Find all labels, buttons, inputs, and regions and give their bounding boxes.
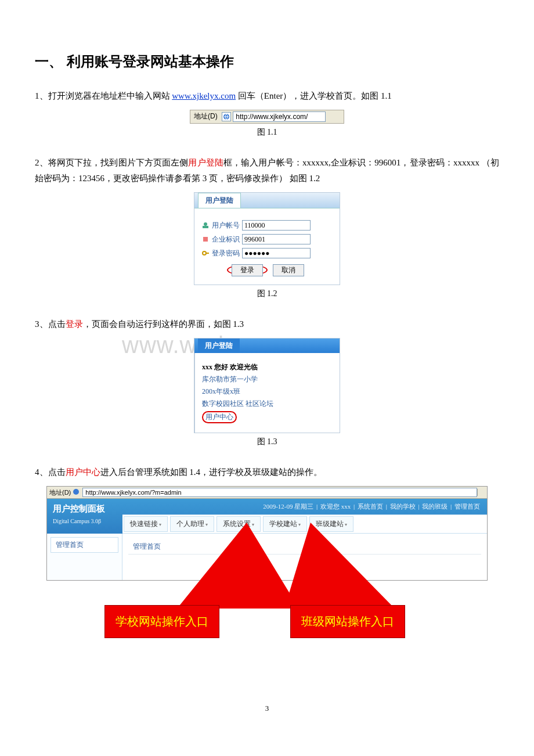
step-1: 1、打开浏览器在地址栏中输入网站 www.xjkelyx.com 回车（Ente… <box>35 88 499 104</box>
scroll-icon <box>477 489 485 496</box>
address-url: http://www.xjkelyx.com/ <box>233 111 326 122</box>
section-heading: 一、 利用账号登录网站基本操作 <box>35 52 499 71</box>
community-link[interactable]: 数字校园社区 <box>202 399 244 408</box>
svg-marker-6 <box>177 523 299 609</box>
cancel-button[interactable]: 取消 <box>273 264 304 276</box>
ie-icon <box>72 488 80 497</box>
address-bar-fig1: 地址(D) http://www.xjkelyx.com/ <box>190 110 344 124</box>
top-links: 2009-12-09 星期三 | 欢迎您 xxx | 系统首页 | 我的学校 |… <box>122 499 487 514</box>
forum-link[interactable]: 社区论坛 <box>246 399 273 408</box>
step-4: 4、点击用户中心进入后台管理系统如图 1.4，进行学校及班级建站的操作。 <box>35 465 499 480</box>
top-link-admin[interactable]: 管理首页 <box>454 503 480 510</box>
svg-point-2 <box>204 222 207 226</box>
panel-title: 用户控制面板 <box>53 503 117 514</box>
user-id-input[interactable] <box>242 220 311 231</box>
welcome-box: 用户登陆 xxx 您好 欢迎光临 库尔勒市第一小学 200x年级x班 数字校园社… <box>194 338 340 433</box>
user-icon <box>201 221 210 229</box>
caption-1-2: 图 1.2 <box>35 289 499 299</box>
top-link-school[interactable]: 我的学校 <box>390 503 416 510</box>
class-link[interactable]: 200x年级x班 <box>202 387 333 397</box>
svg-rect-1 <box>203 226 208 228</box>
key-icon <box>201 249 210 257</box>
welcome-tab: 用户登陆 <box>198 339 240 353</box>
login-tab: 用户登陆 <box>198 193 241 208</box>
top-link-home[interactable]: 系统首页 <box>358 503 383 510</box>
password-input[interactable] <box>242 248 311 258</box>
callout-arrows <box>46 523 488 674</box>
admin-url: http://www.xjkelyx.com/?m=admin <box>82 488 477 497</box>
login-button[interactable]: 登录 <box>232 264 263 276</box>
page-number: 3 <box>35 704 499 713</box>
user-center-link[interactable]: 用户中心 <box>205 413 233 421</box>
step-2: 2、将网页下拉，找到图片下方页面左侧用户登陆框，输入用户帐号：xxxxxx,企业… <box>35 155 499 186</box>
website-link[interactable]: www.xjkelyx.com <box>172 91 236 100</box>
caption-1-1: 图 1.1 <box>35 127 499 138</box>
svg-point-4 <box>203 251 206 255</box>
step-3: 3、点击登录，页面会自动运行到这样的界面，如图 1.3 <box>35 316 499 332</box>
svg-point-5 <box>73 489 79 495</box>
callout-school: 学校网站操作入口 <box>104 605 219 638</box>
caption-1-3: 图 1.3 <box>35 437 499 447</box>
school-link[interactable]: 库尔勒市第一小学 <box>202 375 333 384</box>
login-box: 用户登陆 用户帐号 企业标识 登录密码 登录 取消 <box>194 192 340 285</box>
svg-rect-3 <box>203 237 208 242</box>
ie-icon <box>222 112 231 121</box>
enterprise-id-input[interactable] <box>242 234 311 244</box>
callout-class: 班级网站操作入口 <box>290 605 405 638</box>
enterprise-icon <box>201 235 210 243</box>
svg-marker-7 <box>284 523 395 609</box>
top-link-class[interactable]: 我的班级 <box>422 503 448 510</box>
